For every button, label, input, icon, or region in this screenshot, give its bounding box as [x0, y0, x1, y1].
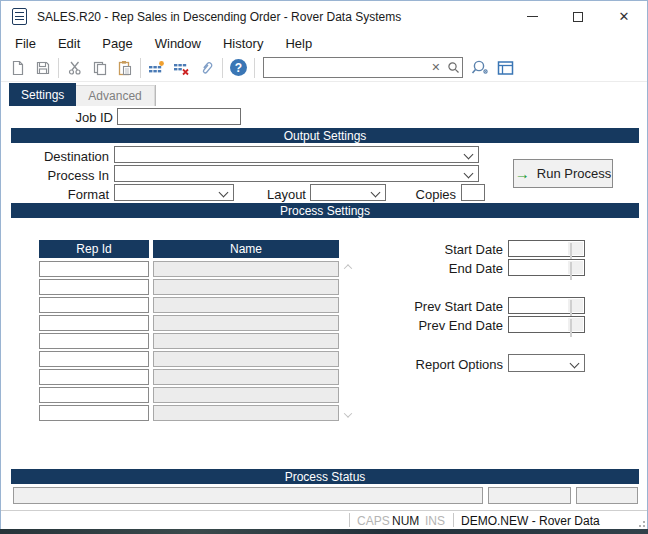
- chevron-down-icon: [464, 169, 474, 179]
- name-cell: [153, 369, 339, 385]
- save-icon[interactable]: [30, 56, 55, 80]
- copies-label: Copies: [351, 187, 456, 202]
- rep-id-column-header: Rep Id: [39, 240, 149, 258]
- desktop-background: [0, 529, 648, 534]
- menu-history[interactable]: History: [212, 34, 274, 53]
- menu-window[interactable]: Window: [144, 34, 212, 53]
- rep-id-cell[interactable]: [39, 351, 149, 367]
- process-status-field: [13, 487, 483, 504]
- maximize-icon: [573, 12, 583, 22]
- name-cell: [153, 279, 339, 295]
- name-cell: [153, 261, 339, 277]
- lookup-icon[interactable]: [468, 56, 493, 80]
- prev-end-date-calendar-button[interactable]: [568, 318, 583, 331]
- statusbar-separator: [349, 513, 350, 527]
- tab-advanced[interactable]: Advanced: [76, 85, 154, 106]
- destination-label: Destination: [1, 149, 109, 164]
- prev-start-date-calendar-button[interactable]: [568, 299, 583, 312]
- rep-id-cell[interactable]: [39, 333, 149, 349]
- delete-record-icon[interactable]: [169, 56, 194, 80]
- title-bar: SALES.R20 - Rep Sales in Descending Orde…: [1, 1, 647, 32]
- ins-indicator: INS: [425, 514, 445, 528]
- name-cell: [153, 297, 339, 313]
- process-status-field: [488, 487, 571, 504]
- menu-bar: File Edit Page Window History Help: [1, 32, 647, 54]
- tab-settings[interactable]: Settings: [9, 83, 76, 106]
- name-column-header: Name: [153, 240, 339, 258]
- calendar-icon: [570, 319, 581, 330]
- copy-icon[interactable]: [87, 56, 112, 80]
- job-id-input[interactable]: [117, 108, 241, 125]
- app-window: SALES.R20 - Rep Sales in Descending Orde…: [0, 0, 648, 529]
- statusbar-separator: [453, 513, 454, 527]
- start-date-input[interactable]: [508, 240, 585, 257]
- resize-grip[interactable]: [637, 519, 645, 527]
- minimize-button[interactable]: [509, 1, 555, 32]
- rep-id-cell[interactable]: [39, 315, 149, 331]
- clear-search-icon[interactable]: ✕: [427, 59, 445, 77]
- search-box: ✕: [263, 57, 463, 78]
- layout-label: Layout: [201, 187, 306, 202]
- calendar-icon: [570, 262, 581, 273]
- process-in-label: Process In: [1, 168, 109, 183]
- process-status-header: Process Status: [11, 469, 639, 484]
- attachment-icon[interactable]: [194, 56, 219, 80]
- destination-select[interactable]: [114, 146, 479, 163]
- name-cell: [153, 387, 339, 403]
- add-record-icon[interactable]: [144, 56, 169, 80]
- report-options-select[interactable]: [508, 354, 585, 372]
- menu-page[interactable]: Page: [91, 34, 143, 53]
- name-cell: [153, 333, 339, 349]
- tab-strip: Settings Advanced: [9, 83, 156, 106]
- report-options-label: Report Options: [361, 357, 503, 372]
- help-question-glyph: ?: [230, 59, 247, 76]
- form-layout-icon[interactable]: [493, 56, 518, 80]
- status-bar: CAPS NUM INS DEMO.NEW - Rover Data Syste…: [1, 510, 647, 529]
- name-cell: [153, 351, 339, 367]
- run-process-button[interactable]: → Run Process: [513, 159, 613, 188]
- menu-file[interactable]: File: [4, 34, 47, 53]
- calendar-icon: [570, 243, 581, 254]
- name-cell: [153, 405, 339, 421]
- process-in-select[interactable]: [114, 165, 479, 182]
- tab-edge: [155, 85, 156, 106]
- process-status-field: [576, 487, 638, 504]
- scroll-up-icon[interactable]: [342, 261, 354, 273]
- menu-edit[interactable]: Edit: [47, 34, 91, 53]
- search-icon[interactable]: [445, 59, 463, 77]
- copies-input[interactable]: [461, 184, 485, 201]
- help-icon[interactable]: ?: [226, 56, 251, 80]
- job-id-label: Job ID: [1, 110, 113, 125]
- toolbar-separator: [222, 58, 223, 78]
- toolbar: ? ✕: [1, 54, 647, 82]
- minimize-icon: [527, 16, 538, 17]
- search-input[interactable]: [264, 58, 427, 77]
- close-button[interactable]: ✕: [601, 1, 647, 32]
- rep-id-cell[interactable]: [39, 369, 149, 385]
- prev-end-date-input[interactable]: [508, 316, 585, 333]
- toolbar-separator: [254, 58, 255, 78]
- maximize-button[interactable]: [555, 1, 601, 32]
- rep-id-cell[interactable]: [39, 279, 149, 295]
- rep-id-cell[interactable]: [39, 297, 149, 313]
- start-date-label: Start Date: [361, 242, 503, 257]
- prev-end-date-label: Prev End Date: [361, 318, 503, 333]
- cut-icon[interactable]: [62, 56, 87, 80]
- rep-id-cell[interactable]: [39, 387, 149, 403]
- new-document-icon[interactable]: [5, 56, 30, 80]
- prev-start-date-label: Prev Start Date: [361, 299, 503, 314]
- menu-help[interactable]: Help: [274, 34, 323, 53]
- rep-id-cell[interactable]: [39, 405, 149, 421]
- scroll-down-icon[interactable]: [342, 409, 354, 421]
- output-settings-header: Output Settings: [11, 128, 639, 143]
- run-process-label: Run Process: [537, 166, 611, 181]
- start-date-calendar-button[interactable]: [568, 242, 583, 255]
- close-icon: ✕: [619, 10, 630, 23]
- end-date-calendar-button[interactable]: [568, 261, 583, 274]
- end-date-input[interactable]: [508, 259, 585, 276]
- process-settings-header: Process Settings: [11, 203, 639, 218]
- rep-id-cell[interactable]: [39, 261, 149, 277]
- chevron-down-icon: [570, 359, 580, 369]
- prev-start-date-input[interactable]: [508, 297, 585, 314]
- paste-icon[interactable]: [112, 56, 137, 80]
